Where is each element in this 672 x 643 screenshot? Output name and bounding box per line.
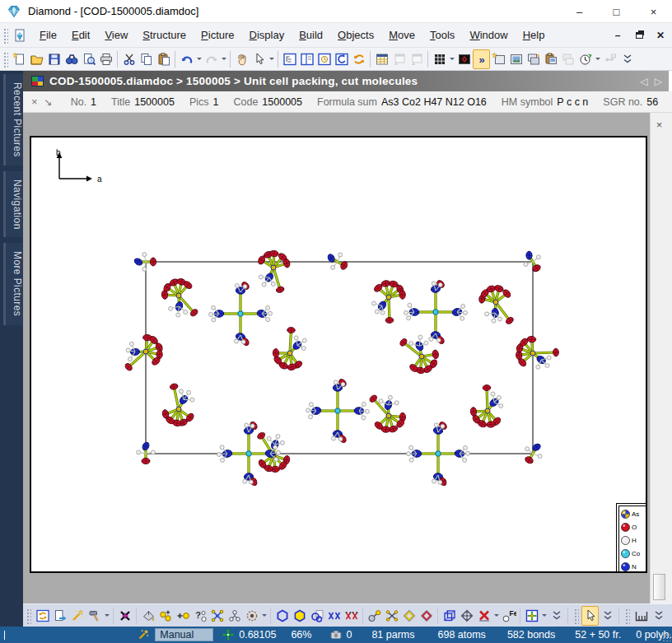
select-arrow-icon[interactable] [250,49,268,69]
x-pattern-blue-icon[interactable] [325,606,343,626]
infobar-close-icon[interactable]: × [31,96,38,108]
redo-dropdown[interactable] [220,49,227,69]
table-new-icon[interactable] [373,49,390,69]
select-arrow-icon[interactable] [581,606,599,626]
document-icon[interactable] [12,28,27,43]
menu-build[interactable]: Build [292,26,330,44]
child-close-button[interactable]: ✕ [654,29,667,42]
rings-stack-icon[interactable] [308,606,325,626]
sidebar-tab-navigation[interactable]: Navigation [3,171,23,238]
build-hammer-icon[interactable] [86,606,103,626]
view-back-icon[interactable] [333,49,350,69]
toolbar-grip[interactable] [624,608,630,624]
sidebar-tab-recent-pictures[interactable]: Recent Pictures [3,74,23,165]
x-nodes-icon[interactable] [383,606,400,626]
overflow-icon[interactable] [650,606,667,626]
overflow-icon[interactable] [548,606,565,626]
data-grid-icon[interactable] [431,49,448,69]
menubar-grip[interactable] [2,27,8,44]
build-hammer-dropdown[interactable] [103,606,110,626]
move-frame-icon[interactable] [523,606,540,626]
mode-indicator[interactable]: Manual [155,628,213,641]
cut-icon[interactable] [120,49,138,69]
net-connect-icon[interactable] [208,606,226,626]
close-button[interactable]: × [635,0,672,23]
undo-icon[interactable] [178,49,195,69]
x-pattern-red-icon[interactable] [343,606,360,626]
menu-edit[interactable]: Edit [64,26,97,44]
menu-move[interactable]: Move [381,26,422,44]
hex-yellow-icon[interactable] [291,606,308,626]
x-delete-dropdown[interactable] [492,606,500,626]
paste-icon[interactable] [155,49,172,69]
infobar-expand-icon[interactable]: ↘ [44,96,53,108]
x-delete-icon[interactable] [475,606,492,626]
menu-objects[interactable]: Objects [330,26,381,44]
burst-magenta-icon[interactable] [116,606,133,626]
breadcrumb-next-button[interactable]: ▷ [655,76,662,87]
menu-window[interactable]: Window [462,26,515,44]
atoms-add-icon[interactable] [156,606,174,626]
pan-hand-icon[interactable] [233,49,250,69]
picture-new-icon[interactable] [490,49,507,69]
toolbar-grip[interactable] [573,608,579,624]
menu-file[interactable]: File [32,26,64,44]
diamond-yellow-icon[interactable] [400,606,418,626]
picture-frame-icon[interactable] [507,49,525,69]
crystal-structure-view[interactable] [31,137,647,573]
view-split-icon[interactable] [298,49,315,69]
menu-display[interactable]: Display [242,26,292,44]
refresh-picture-icon[interactable] [34,606,51,626]
ruler-comb-icon[interactable] [632,606,650,626]
overflow-icon[interactable] [599,606,616,626]
data-grid-dropdown[interactable] [448,49,455,69]
child-restore-button[interactable] [632,29,646,42]
wand-icon[interactable] [68,606,86,626]
overflow-icon[interactable] [618,49,636,69]
atom-question-icon[interactable]: ? [191,606,208,626]
element-fe-icon[interactable]: Fe [500,606,517,626]
find-binoculars-icon[interactable] [63,49,80,69]
display-black-icon[interactable] [455,49,473,69]
cluster-tree-icon[interactable] [226,606,243,626]
save-icon[interactable] [45,49,63,69]
copy-icon[interactable] [138,49,155,69]
select-arrow-dropdown[interactable] [268,49,275,69]
history-clock-icon[interactable] [576,49,594,69]
ball-stick-icon[interactable] [366,606,383,626]
history-clock-dropdown[interactable] [594,49,601,69]
picture-page[interactable]: b a As O H Co N [30,136,647,573]
undo-dropdown[interactable] [195,49,203,69]
view-tree-icon[interactable] [281,49,298,69]
toolbar-grip[interactable] [26,608,31,624]
hex-blue-icon[interactable] [273,606,291,626]
unit-cell-cube-icon[interactable] [441,606,458,626]
open-folder-icon[interactable] [28,49,45,69]
sphere-dotted-dropdown[interactable] [260,606,268,626]
export-doc-icon[interactable] [51,606,68,626]
scrollbar-thumb[interactable] [653,574,665,600]
menu-view[interactable]: View [97,26,135,44]
picture-copy-icon[interactable] [525,49,542,69]
menu-structure[interactable]: Structure [135,26,194,44]
polyhedron-icon[interactable] [458,606,475,626]
resize-grip[interactable] [662,633,670,641]
menu-tools[interactable]: Tools [422,26,462,44]
new-document-icon[interactable] [11,49,28,69]
view-history-icon[interactable] [315,49,333,69]
move-frame-dropdown[interactable] [540,606,548,626]
diamond-red-icon[interactable] [418,606,435,626]
toolbar-grip[interactable] [2,51,8,68]
menu-picture[interactable]: Picture [194,26,241,44]
view-refresh-icon[interactable] [350,49,367,69]
maximize-button[interactable]: □ [598,0,635,23]
print-preview-icon[interactable] [80,49,97,69]
menu-help[interactable]: Help [516,26,553,44]
atom-plus-icon[interactable] [174,606,191,626]
sidebar-tab-more-pictures[interactable]: More Pictures [3,243,23,324]
minimize-button[interactable]: – [561,0,598,23]
breadcrumb-prev-button[interactable]: ◁ [641,76,648,87]
sphere-dotted-icon[interactable] [243,606,260,626]
breadcrumb-path[interactable]: COD-1500005.diamdoc > 1500005 > Unit cel… [49,75,418,87]
picture-paste-icon[interactable] [542,49,559,69]
